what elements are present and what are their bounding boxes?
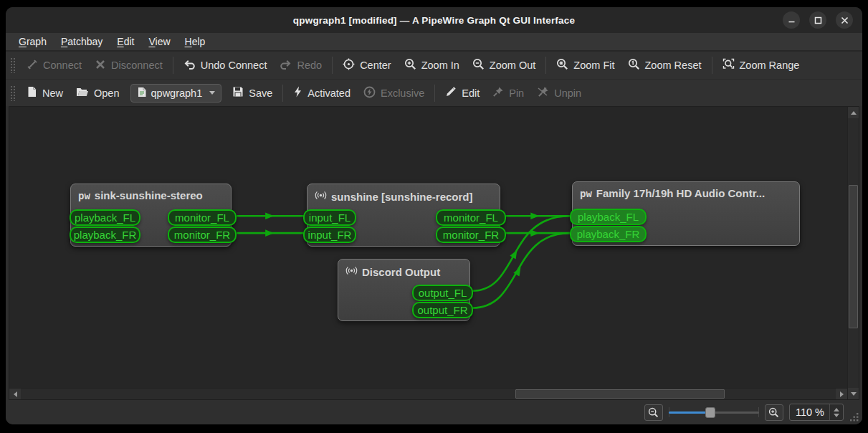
zoom-in-small-button[interactable] <box>765 404 783 421</box>
window-title: qpwgraph1 [modified] — A PipeWire Graph … <box>6 15 862 26</box>
menu-help[interactable]: Help <box>178 34 213 49</box>
graph-canvas[interactable]: pw sink-sunshine-stereo playback_FL play… <box>9 106 859 400</box>
port-playback-fl[interactable]: playback_FL <box>570 209 647 225</box>
unpin-button[interactable]: Unpin <box>530 82 588 104</box>
port-monitor-fr[interactable]: monitor_FR <box>436 227 506 243</box>
port-monitor-fl[interactable]: monitor_FL <box>168 209 237 226</box>
port-output-fr[interactable]: output_FR <box>412 302 473 318</box>
app-window: qpwgraph1 [modified] — A PipeWire Graph … <box>6 7 862 424</box>
port-input-fl[interactable]: input_FL <box>303 209 356 226</box>
menu-edit[interactable]: Edit <box>110 34 141 49</box>
zoom-slider[interactable] <box>669 406 759 419</box>
redo-button[interactable]: Redo <box>273 54 328 77</box>
open-button[interactable]: Open <box>70 82 125 104</box>
unpin-icon <box>537 86 549 100</box>
port-monitor-fr[interactable]: monitor_FR <box>168 227 237 243</box>
broadcast-icon <box>315 189 327 204</box>
connection-arrow-icon <box>530 229 539 237</box>
node-sunshine[interactable]: sunshine [sunshine-record] input_FL inpu… <box>307 184 500 247</box>
node-title: sunshine [sunshine-record] <box>307 184 500 206</box>
toolbar-separator <box>282 85 283 102</box>
zoom-fit-icon <box>556 58 568 72</box>
zoom-out-button[interactable]: Zoom Out <box>466 54 542 77</box>
disconnect-icon <box>95 59 106 72</box>
maximize-button[interactable] <box>809 11 826 29</box>
zoom-in-button[interactable]: Zoom In <box>398 54 466 77</box>
exclusive-button[interactable]: Exclusive <box>357 82 431 105</box>
vertical-scroll-thumb[interactable] <box>849 185 858 328</box>
edit-button[interactable]: Edit <box>439 82 486 104</box>
vertical-scrollbar[interactable] <box>847 107 859 399</box>
activated-button[interactable]: Activated <box>287 82 357 104</box>
port-playback-fr[interactable]: playback_FR <box>570 226 647 242</box>
toolbar-main: Connect Disconnect Undo Connect Redo Cen… <box>6 52 862 79</box>
center-icon <box>343 58 355 72</box>
zoom-in-icon <box>404 58 416 72</box>
scroll-down-button[interactable] <box>848 388 859 399</box>
node-family-hd-audio[interactable]: pw Family 17h/19h HD Audio Contr... play… <box>572 181 800 246</box>
connection-layer <box>9 107 859 399</box>
save-button[interactable]: Save <box>226 82 279 104</box>
toolbar-separator <box>434 85 435 102</box>
triangle-down-icon <box>851 392 857 396</box>
horizontal-scroll-thumb[interactable] <box>515 389 725 399</box>
menu-view[interactable]: View <box>141 34 177 49</box>
scroll-up-button[interactable] <box>848 107 859 118</box>
patchbay-profile-combo[interactable]: qpwgraph1 <box>130 84 222 103</box>
connection-arrow-icon <box>265 229 274 237</box>
toolbar-patchbay: New Open qpwgraph1 Save Activated Exclus… <box>6 79 862 106</box>
spin-up-button[interactable] <box>834 408 839 411</box>
status-bar: 110 % <box>6 400 862 424</box>
menu-graph[interactable]: Graph <box>11 34 54 49</box>
zoom-reset-button[interactable]: Zoom Reset <box>621 54 708 77</box>
horizontal-scrollbar[interactable] <box>9 388 847 399</box>
resize-grip[interactable] <box>849 412 859 422</box>
toolbar-separator <box>545 57 546 74</box>
menu-patchbay[interactable]: Patchbay <box>54 34 110 49</box>
title-bar[interactable]: qpwgraph1 [modified] — A PipeWire Graph … <box>6 7 862 33</box>
port-input-fr[interactable]: input_FR <box>303 227 356 243</box>
zoom-fit-button[interactable]: Zoom Fit <box>550 54 621 77</box>
toolbar-separator <box>712 57 712 74</box>
zoom-reset-icon <box>628 58 640 72</box>
broadcast-icon <box>345 265 358 279</box>
slider-fill <box>669 411 710 414</box>
close-button[interactable] <box>836 11 853 29</box>
port-playback-fr[interactable]: playback_FR <box>70 227 140 243</box>
zoom-range-icon <box>722 58 735 72</box>
zoom-out-small-button[interactable] <box>644 404 663 421</box>
toolbar-drag-handle[interactable] <box>10 85 16 101</box>
connection-arrow-icon <box>510 248 520 259</box>
disconnect-button[interactable]: Disconnect <box>88 54 169 77</box>
scroll-right-button[interactable] <box>836 389 847 400</box>
zoom-out-icon <box>472 58 485 72</box>
toolbar-drag-handle[interactable] <box>10 57 16 73</box>
open-folder-icon <box>76 87 89 100</box>
save-icon <box>232 86 244 100</box>
node-discord-output[interactable]: Discord Output output_FL output_FR <box>338 259 470 321</box>
minimize-button[interactable] <box>783 11 800 29</box>
scroll-left-button[interactable] <box>9 389 21 400</box>
connection-arrow-icon <box>530 212 539 219</box>
connect-icon <box>27 59 38 72</box>
pipewire-icon: pw <box>580 188 592 199</box>
spin-down-button[interactable] <box>834 414 839 417</box>
port-output-fl[interactable]: output_FL <box>412 285 473 301</box>
center-button[interactable]: Center <box>336 54 398 77</box>
profile-name: qpwgraph1 <box>151 87 203 99</box>
pin-button[interactable]: Pin <box>486 82 530 104</box>
zoom-out-icon <box>648 407 659 418</box>
connect-button[interactable]: Connect <box>20 54 88 77</box>
new-button[interactable]: New <box>20 82 70 104</box>
zoom-spinbox[interactable]: 110 % <box>789 404 844 421</box>
port-playback-fl[interactable]: playback_FL <box>70 209 140 226</box>
pin-icon <box>492 86 504 100</box>
slider-handle[interactable] <box>705 407 715 418</box>
node-sink-sunshine-stereo[interactable]: pw sink-sunshine-stereo playback_FL play… <box>70 184 232 247</box>
undo-icon <box>183 59 196 72</box>
zoom-range-button[interactable]: Zoom Range <box>716 54 806 77</box>
undo-connect-button[interactable]: Undo Connect <box>177 54 274 77</box>
port-monitor-fl[interactable]: monitor_FL <box>436 209 506 226</box>
triangle-right-icon <box>840 391 844 397</box>
patchbay-file-icon <box>137 87 147 100</box>
